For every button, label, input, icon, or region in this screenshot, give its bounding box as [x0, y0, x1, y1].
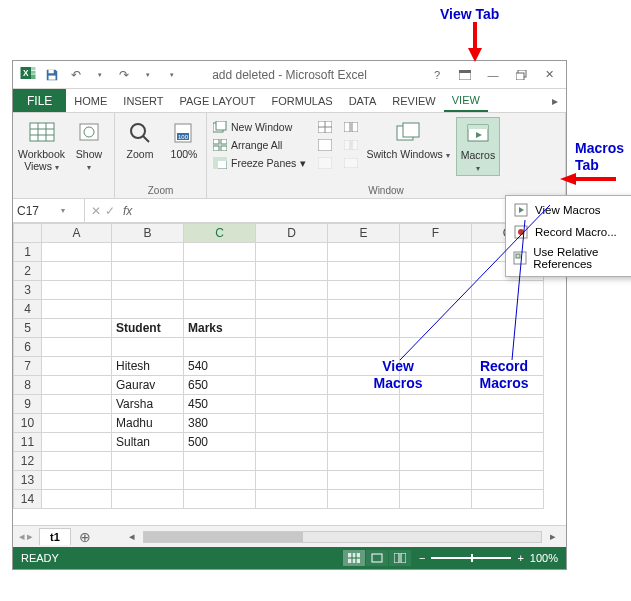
hscroll-thumb[interactable] [144, 532, 303, 542]
name-box-input[interactable] [17, 204, 57, 218]
add-sheet-icon[interactable]: ⊕ [71, 529, 99, 545]
page-layout-view-icon[interactable] [366, 550, 388, 566]
sync-scroll-icon [344, 138, 358, 152]
cell-C5[interactable]: Marks [184, 319, 256, 338]
qat-customize-icon[interactable]: ▾ [163, 66, 181, 84]
hscroll-track[interactable] [143, 531, 542, 543]
cell-B8[interactable]: Gaurav [112, 376, 184, 395]
show-button[interactable]: Show▾ [68, 117, 110, 174]
undo-dropdown-icon[interactable]: ▾ [91, 66, 109, 84]
undo-icon[interactable]: ↶ [67, 66, 85, 84]
horizontal-scrollbar[interactable]: ◂ ▸ [119, 530, 566, 543]
cancel-icon[interactable]: ✕ [91, 204, 101, 218]
tab-data[interactable]: DATA [341, 89, 385, 112]
save-icon[interactable] [43, 66, 61, 84]
freeze-panes-button[interactable]: Freeze Panes ▾ [211, 155, 308, 171]
row-6[interactable]: 6 [14, 338, 42, 357]
row-5[interactable]: 5 [14, 319, 42, 338]
row-10[interactable]: 10 [14, 414, 42, 433]
tab-formulas[interactable]: FORMULAS [264, 89, 341, 112]
row-14[interactable]: 14 [14, 490, 42, 509]
svg-rect-57 [372, 554, 382, 562]
cell-B11[interactable]: Sultan [112, 433, 184, 452]
fx-icon[interactable]: fx [119, 204, 132, 218]
hide-icon [318, 138, 332, 152]
svg-rect-12 [49, 75, 56, 79]
row-4[interactable]: 4 [14, 300, 42, 319]
row-2[interactable]: 2 [14, 262, 42, 281]
select-all-cell[interactable] [14, 224, 42, 243]
ribbon-display-icon[interactable] [452, 65, 478, 85]
annotation-record-macros: Record Macros [474, 358, 534, 392]
zoom-out-icon[interactable]: − [419, 552, 425, 564]
col-B[interactable]: B [112, 224, 184, 243]
tab-view[interactable]: VIEW [444, 89, 488, 112]
col-E[interactable]: E [328, 224, 400, 243]
tab-home[interactable]: HOME [66, 89, 115, 112]
normal-view-icon[interactable] [343, 550, 365, 566]
zoom-level[interactable]: 100% [530, 552, 558, 564]
zoom-button[interactable]: Zoom [119, 117, 161, 163]
redo-icon[interactable]: ↷ [115, 66, 133, 84]
cell-C7[interactable]: 540 [184, 357, 256, 376]
row-13[interactable]: 13 [14, 471, 42, 490]
help-icon[interactable]: ? [424, 65, 450, 85]
collapse-ribbon-icon[interactable]: ▸ [544, 89, 566, 112]
sheet-next-icon[interactable]: ▸ [27, 530, 33, 543]
new-window-button[interactable]: New Window [211, 119, 308, 135]
name-box[interactable]: ▾ [13, 199, 85, 222]
tab-review[interactable]: REVIEW [384, 89, 443, 112]
zoom-slider[interactable] [431, 557, 511, 559]
switch-windows-label: Switch Windows [366, 148, 442, 160]
tab-file[interactable]: FILE [13, 89, 66, 112]
hide-button[interactable] [316, 137, 334, 153]
minimize-icon[interactable]: — [480, 65, 506, 85]
close-icon[interactable]: ✕ [536, 65, 562, 85]
hundred-percent-button[interactable]: 100 100% [163, 117, 205, 163]
col-D[interactable]: D [256, 224, 328, 243]
switch-windows-button[interactable]: Switch Windows ▾ [362, 117, 453, 163]
sheet-tab-active[interactable]: t1 [39, 528, 71, 545]
row-12[interactable]: 12 [14, 452, 42, 471]
cell-B9[interactable]: Varsha [112, 395, 184, 414]
zoom-in-icon[interactable]: + [517, 552, 523, 564]
arrange-all-icon [213, 138, 227, 152]
row-8[interactable]: 8 [14, 376, 42, 395]
page-break-view-icon[interactable] [389, 550, 411, 566]
row-1[interactable]: 1 [14, 243, 42, 262]
redo-dropdown-icon[interactable]: ▾ [139, 66, 157, 84]
workbook-views-button[interactable]: Workbook Views ▾ [17, 117, 66, 174]
cell-B10[interactable]: Madhu [112, 414, 184, 433]
tab-page-layout[interactable]: PAGE LAYOUT [171, 89, 263, 112]
row-9[interactable]: 9 [14, 395, 42, 414]
row-3[interactable]: 3 [14, 281, 42, 300]
view-side-icon [344, 120, 358, 134]
svg-rect-42 [318, 157, 332, 169]
arrange-all-button[interactable]: Arrange All [211, 137, 308, 153]
col-C[interactable]: C [184, 224, 256, 243]
enter-icon[interactable]: ✓ [105, 204, 115, 218]
hscroll-left-icon[interactable]: ◂ [125, 530, 139, 543]
split-button[interactable] [316, 119, 334, 135]
sync-scroll-button [342, 137, 360, 153]
macros-button[interactable]: Macros▾ [456, 117, 500, 176]
namebox-dropdown-icon[interactable]: ▾ [61, 206, 65, 215]
status-bar: READY − + 100% [13, 547, 566, 569]
cell-B5[interactable]: Student [112, 319, 184, 338]
tab-insert[interactable]: INSERT [115, 89, 171, 112]
col-A[interactable]: A [42, 224, 112, 243]
cell-C11[interactable]: 500 [184, 433, 256, 452]
view-side-button[interactable] [342, 119, 360, 135]
row-7[interactable]: 7 [14, 357, 42, 376]
cell-B7[interactable]: Hitesh [112, 357, 184, 376]
cell-C8[interactable]: 650 [184, 376, 256, 395]
row-11[interactable]: 11 [14, 433, 42, 452]
sheet-prev-icon[interactable]: ◂ [19, 530, 25, 543]
svg-rect-59 [401, 553, 406, 563]
show-label: Show [76, 148, 102, 160]
cell-C9[interactable]: 450 [184, 395, 256, 414]
cell-C10[interactable]: 380 [184, 414, 256, 433]
reset-pos-button [342, 155, 360, 171]
hscroll-right-icon[interactable]: ▸ [546, 530, 560, 543]
restore-icon[interactable] [508, 65, 534, 85]
